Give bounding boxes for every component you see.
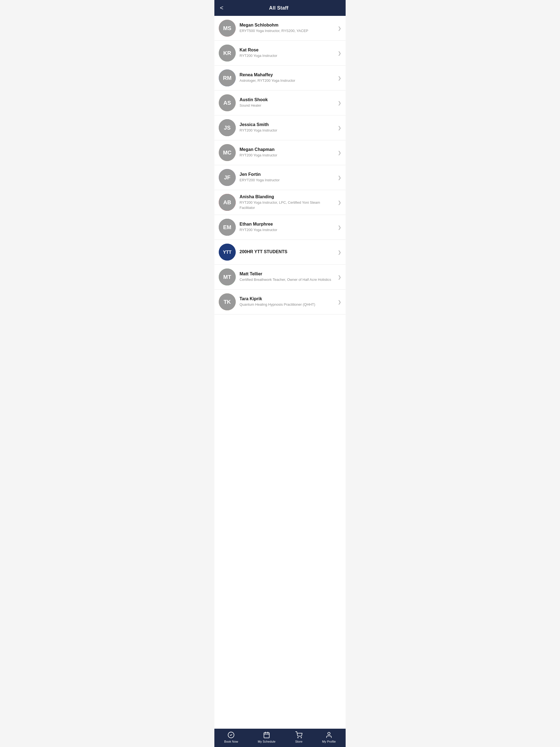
app-header: < All Staff bbox=[214, 0, 346, 16]
chevron-right-icon: ❯ bbox=[338, 125, 341, 130]
staff-info: Jessica SmithRYT200 Yoga Instructor bbox=[239, 122, 335, 133]
svg-text:KR: KR bbox=[223, 50, 231, 56]
bottom-navigation: Book Now My Schedule Store bbox=[214, 729, 346, 747]
svg-text:JF: JF bbox=[224, 175, 230, 180]
chevron-right-icon: ❯ bbox=[338, 26, 341, 31]
staff-item[interactable]: AB Anisha BlandingRYT200 Yoga Instructor… bbox=[214, 190, 346, 215]
svg-text:MT: MT bbox=[223, 274, 231, 280]
staff-list: MS Megan SchlobohmERYT500 Yoga Instructo… bbox=[214, 16, 346, 747]
staff-avatar: AS bbox=[219, 94, 236, 111]
nav-store[interactable]: Store bbox=[292, 731, 306, 743]
chevron-right-icon: ❯ bbox=[338, 51, 341, 56]
chevron-right-icon: ❯ bbox=[338, 250, 341, 255]
staff-info: Jen FortinERYT200 Yoga Instructor bbox=[239, 172, 335, 183]
staff-avatar: TK bbox=[219, 293, 236, 310]
staff-item[interactable]: MT Matt TellierCertified Breathwork Teac… bbox=[214, 265, 346, 289]
staff-avatar: MT bbox=[219, 268, 236, 285]
calendar-icon bbox=[263, 731, 270, 739]
staff-name: Jen Fortin bbox=[239, 172, 335, 177]
staff-name: Tara Kiprik bbox=[239, 297, 335, 301]
staff-avatar: EM bbox=[219, 219, 236, 236]
staff-title: RYT200 Yoga Instructor bbox=[239, 128, 335, 133]
staff-avatar: KR bbox=[219, 45, 236, 61]
staff-name: Megan Chapman bbox=[239, 147, 335, 152]
nav-my-profile[interactable]: My Profile bbox=[319, 731, 339, 743]
staff-avatar: AB bbox=[219, 194, 236, 211]
svg-rect-36 bbox=[264, 732, 269, 738]
staff-title: ERYT200 Yoga Instructor bbox=[239, 178, 335, 183]
svg-text:TK: TK bbox=[224, 299, 231, 305]
staff-info: Tara KiprikQuantum Healing Hypnosis Prac… bbox=[239, 297, 335, 307]
staff-name: Matt Tellier bbox=[239, 272, 335, 277]
nav-store-label: Store bbox=[295, 740, 302, 743]
svg-text:EM: EM bbox=[223, 224, 231, 230]
staff-item[interactable]: JS Jessica SmithRYT200 Yoga Instructor❯ bbox=[214, 115, 346, 140]
staff-avatar: JS bbox=[219, 119, 236, 136]
staff-title: RYT200 Yoga Instructor bbox=[239, 228, 335, 232]
back-button[interactable]: < bbox=[220, 4, 226, 12]
svg-text:MC: MC bbox=[223, 150, 231, 156]
svg-text:AS: AS bbox=[223, 100, 231, 106]
staff-info: Megan SchlobohmERYT500 Yoga Instructor, … bbox=[239, 23, 335, 33]
staff-info: Megan ChapmanRYT200 Yoga Instructor bbox=[239, 147, 335, 158]
staff-info: 200HR YTT STUDENTS bbox=[239, 249, 335, 255]
svg-text:AB: AB bbox=[223, 199, 231, 205]
staff-info: Austin ShookSound Healer bbox=[239, 97, 335, 108]
staff-item[interactable]: EM Ethan MurphreeRYT200 Yoga Instructor❯ bbox=[214, 215, 346, 240]
check-circle-icon bbox=[228, 731, 235, 739]
nav-book-now[interactable]: Book Now bbox=[221, 731, 241, 743]
staff-avatar: YTT bbox=[219, 243, 236, 261]
staff-item[interactable]: MC Megan ChapmanRYT200 Yoga Instructor❯ bbox=[214, 140, 346, 165]
svg-point-42 bbox=[328, 732, 330, 735]
staff-title: Certified Breathwork Teacher, Owner of H… bbox=[239, 277, 335, 282]
svg-text:RM: RM bbox=[223, 75, 231, 81]
cart-icon bbox=[295, 731, 302, 739]
svg-text:YTT: YTT bbox=[223, 250, 231, 255]
chevron-right-icon: ❯ bbox=[338, 75, 341, 81]
nav-book-now-label: Book Now bbox=[224, 740, 238, 743]
svg-point-41 bbox=[301, 738, 301, 738]
staff-item[interactable]: KR Kat RoseRYT200 Yoga Instructor❯ bbox=[214, 41, 346, 66]
chevron-right-icon: ❯ bbox=[338, 200, 341, 205]
svg-text:MS: MS bbox=[223, 25, 231, 31]
staff-title: RYT200 Yoga Instructor, LPC, Certified Y… bbox=[239, 200, 335, 210]
staff-title: Sound Healer bbox=[239, 103, 335, 108]
nav-my-schedule-label: My Schedule bbox=[258, 740, 276, 743]
staff-item[interactable]: AS Austin ShookSound Healer❯ bbox=[214, 91, 346, 115]
staff-info: Renea MahaffeyAstrologer, RYT200 Yoga In… bbox=[239, 73, 335, 83]
staff-item[interactable]: TK Tara KiprikQuantum Healing Hypnosis P… bbox=[214, 289, 346, 314]
chevron-right-icon: ❯ bbox=[338, 150, 341, 155]
staff-info: Anisha BlandingRYT200 Yoga Instructor, L… bbox=[239, 195, 335, 210]
staff-item[interactable]: JF Jen FortinERYT200 Yoga Instructor❯ bbox=[214, 165, 346, 190]
staff-avatar: MS bbox=[219, 20, 236, 36]
staff-name: Ethan Murphree bbox=[239, 222, 335, 227]
chevron-right-icon: ❯ bbox=[338, 275, 341, 280]
staff-name: Kat Rose bbox=[239, 48, 335, 52]
staff-name: Jessica Smith bbox=[239, 122, 335, 127]
staff-item[interactable]: YTT 200HR YTT STUDENTS❯ bbox=[214, 240, 346, 265]
staff-info: Matt TellierCertified Breathwork Teacher… bbox=[239, 272, 335, 282]
svg-point-40 bbox=[298, 738, 298, 738]
chevron-right-icon: ❯ bbox=[338, 300, 341, 305]
staff-item[interactable]: RM Renea MahaffeyAstrologer, RYT200 Yoga… bbox=[214, 66, 346, 91]
page-title: All Staff bbox=[226, 5, 332, 11]
person-icon bbox=[325, 731, 332, 739]
staff-avatar: JF bbox=[219, 169, 236, 186]
staff-name: Austin Shook bbox=[239, 97, 335, 102]
chevron-right-icon: ❯ bbox=[338, 175, 341, 180]
chevron-right-icon: ❯ bbox=[338, 100, 341, 106]
nav-my-profile-label: My Profile bbox=[322, 740, 336, 743]
staff-name: 200HR YTT STUDENTS bbox=[239, 249, 335, 254]
staff-avatar: MC bbox=[219, 144, 236, 161]
nav-my-schedule[interactable]: My Schedule bbox=[255, 731, 279, 743]
staff-info: Ethan MurphreeRYT200 Yoga Instructor bbox=[239, 222, 335, 232]
staff-title: ERYT500 Yoga Instructor, RYS200, YACEP bbox=[239, 28, 335, 33]
staff-avatar: RM bbox=[219, 70, 236, 86]
staff-title: Quantum Healing Hypnosis Practitioner (Q… bbox=[239, 302, 335, 307]
staff-title: Astrologer, RYT200 Yoga Instructor bbox=[239, 78, 335, 83]
staff-title: RYT200 Yoga Instructor bbox=[239, 153, 335, 158]
staff-title: RYT200 Yoga Instructor bbox=[239, 53, 335, 58]
svg-text:JS: JS bbox=[224, 125, 230, 131]
staff-info: Kat RoseRYT200 Yoga Instructor bbox=[239, 48, 335, 58]
staff-item[interactable]: MS Megan SchlobohmERYT500 Yoga Instructo… bbox=[214, 16, 346, 41]
